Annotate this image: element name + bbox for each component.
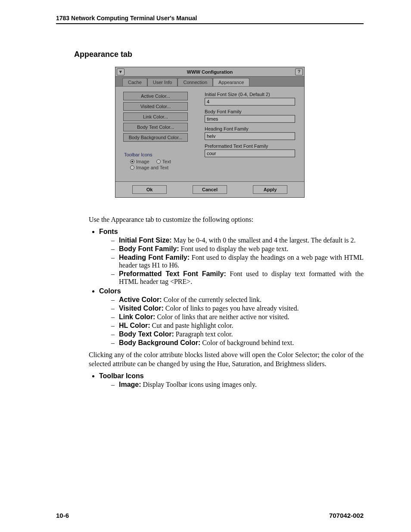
- header-rule: [56, 23, 364, 24]
- body-font-family-input[interactable]: times: [205, 115, 295, 123]
- visited-color-desc: Color of links to pages you have already…: [164, 305, 299, 312]
- tab-appearance[interactable]: Appearance: [213, 78, 249, 86]
- radio-image-label[interactable]: Image: [136, 159, 149, 164]
- preformatted-font-family-label: Preformatted Text Font Family: [205, 143, 296, 149]
- tab-body: Active Color... Visited Color... Link Co…: [115, 86, 304, 181]
- running-header: 1783 Network Computing Terminal User's M…: [56, 15, 364, 22]
- body-font-family-desc: Font used to display the web page text.: [179, 245, 289, 252]
- intro-paragraph: Use the Appearance tab to customize the …: [89, 215, 364, 224]
- screenshot-figure: ▾ WWW Configuration ? Cache User Info Co…: [115, 67, 305, 198]
- body-font-family-term: Body Font Family:: [119, 245, 179, 252]
- toolbar-icons-list: Toolbar Icons Image: Display Toolbar ico…: [90, 372, 364, 389]
- initial-font-size-label: Initial Font Size (0-4, Default 2): [205, 92, 296, 97]
- dialog-button-bar: Ok Cancel Apply: [115, 181, 304, 197]
- heading-font-family-input[interactable]: helv: [205, 132, 295, 140]
- dialog-window: ▾ WWW Configuration ? Cache User Info Co…: [115, 67, 305, 198]
- hl-color-term: HL Color:: [119, 322, 150, 329]
- initial-font-size-input[interactable]: 4: [205, 98, 295, 106]
- page-number: 10-6: [56, 512, 69, 519]
- preformatted-font-family-input[interactable]: cour: [205, 149, 295, 157]
- body-background-color-term: Body Background Color:: [119, 339, 200, 346]
- hl-color-desc: Cut and paste highlight color.: [150, 322, 234, 329]
- radio-image-and-text-label[interactable]: Image and Text: [136, 165, 168, 170]
- tab-connection[interactable]: Connection: [177, 78, 213, 86]
- radio-unselected-icon[interactable]: [156, 159, 161, 164]
- body-text-color-desc: Paragraph text color.: [174, 330, 233, 338]
- initial-font-size-desc: May be 0-4, with 0 the smallest and 4 th…: [172, 236, 356, 244]
- cancel-button[interactable]: Cancel: [193, 185, 227, 194]
- visited-color-button[interactable]: Visited Color...: [123, 102, 188, 111]
- page-footer: 10-6 707042-002: [56, 512, 364, 519]
- toolbar-icons-radio-group: Image Text Image and Text: [123, 159, 194, 170]
- heading-font-family-label: Heading Font Family: [205, 126, 296, 131]
- preformatted-font-family-term: Preformatted Text Font Family:: [119, 270, 226, 277]
- tab-user-info[interactable]: User Info: [147, 78, 178, 86]
- fonts-heading: Fonts: [99, 228, 118, 235]
- document-number: 707042-002: [329, 512, 364, 519]
- system-menu-icon[interactable]: ▾: [117, 68, 125, 75]
- active-color-term: Active Color:: [119, 296, 162, 303]
- left-column: Active Color... Visited Color... Link Co…: [123, 92, 194, 171]
- help-icon[interactable]: ?: [295, 68, 303, 75]
- heading-font-family-term: Heading Font Family:: [119, 254, 190, 261]
- ok-button[interactable]: Ok: [132, 185, 167, 194]
- body-text-color-term: Body Text Color:: [119, 330, 174, 338]
- initial-font-size-term: Initial Font Size:: [119, 236, 172, 244]
- window-title: WWW Configuration: [125, 69, 295, 75]
- toolbar-icons-group-label: Toolbar Icons: [124, 152, 194, 157]
- radio-unselected-icon[interactable]: [130, 165, 134, 170]
- body-background-color-button[interactable]: Body Background Color...: [123, 133, 188, 142]
- color-selector-paragraph: Clicking any of the color attribute bloc…: [89, 350, 364, 369]
- section-heading: Appearance tab: [74, 50, 364, 59]
- visited-color-term: Visited Color:: [119, 305, 164, 312]
- body-font-family-label: Body Font Family: [205, 109, 296, 114]
- body-text-color-button[interactable]: Body Text Color...: [123, 123, 188, 131]
- radio-text-label[interactable]: Text: [162, 159, 171, 164]
- body-background-color-desc: Color of background behind text.: [200, 339, 294, 346]
- active-color-desc: Color of the currently selected link.: [162, 296, 262, 303]
- link-color-desc: Color of links that are neither active n…: [155, 313, 289, 320]
- right-column: Initial Font Size (0-4, Default 2) 4 Bod…: [205, 92, 296, 171]
- link-color-term: Link Color:: [119, 313, 155, 320]
- toolbar-image-desc: Display Toolbar icons using images only.: [141, 381, 257, 388]
- toolbar-icons-heading: Toolbar Icons: [99, 372, 144, 380]
- toolbar-image-term: Image:: [119, 381, 141, 388]
- active-color-button[interactable]: Active Color...: [123, 92, 188, 100]
- radio-selected-icon[interactable]: [130, 159, 134, 164]
- tab-cache[interactable]: Cache: [122, 78, 147, 86]
- options-list: Fonts Initial Font Size: May be 0-4, wit…: [90, 228, 364, 347]
- apply-button[interactable]: Apply: [253, 185, 287, 194]
- colors-heading: Colors: [99, 287, 121, 295]
- link-color-button[interactable]: Link Color...: [123, 112, 188, 121]
- tab-strip: Cache User Info Connection Appearance: [115, 77, 304, 86]
- titlebar: ▾ WWW Configuration ?: [115, 67, 304, 77]
